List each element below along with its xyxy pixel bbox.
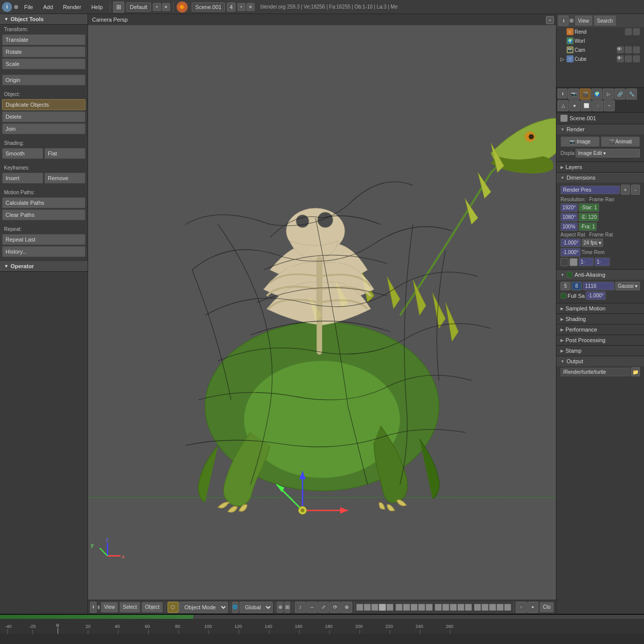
prop-icon-modifier[interactable]: 🔧 (626, 89, 637, 100)
props-info-icon[interactable]: ℹ (557, 89, 568, 99)
output-path-field[interactable]: /Render/turtle/turtle (560, 368, 630, 376)
aa-filter-select[interactable]: Gaussi ▾ (615, 282, 640, 290)
join-button[interactable]: Join (2, 123, 86, 134)
cube-eye-icon[interactable]: 👁 (617, 55, 624, 62)
asp-x-field[interactable]: ·1.000° (560, 238, 581, 247)
vt-render2[interactable]: ● (527, 602, 538, 613)
delete-button[interactable]: Delete (2, 111, 86, 122)
object-tools-header[interactable]: ▼ Object Tools (0, 14, 88, 25)
sampled-motion-section[interactable]: ▶ Sampled Motion (556, 303, 644, 313)
layer5[interactable] (386, 604, 393, 611)
rotate-button[interactable]: Rotate (2, 46, 86, 57)
flat-button[interactable]: Flat (44, 148, 86, 159)
performance-section[interactable]: ▶ Performance (556, 324, 644, 335)
viewport-corner-btn[interactable]: + (546, 16, 554, 24)
layer6[interactable] (395, 604, 403, 611)
full-sa-checkbox[interactable] (560, 293, 567, 299)
asp-y-field[interactable]: ·1.000° (560, 248, 581, 257)
color-swatch2[interactable] (570, 258, 578, 266)
layer3[interactable] (371, 604, 378, 611)
output-section-header[interactable]: ▼ Output (556, 356, 644, 366)
outliner-item-world[interactable]: 🌍 Worl (556, 36, 644, 45)
post-processing-section[interactable]: ▶ Post Processing (556, 335, 644, 345)
vt-render1[interactable]: ○ (516, 602, 527, 613)
prop-icon-scene[interactable]: 🎬 (580, 89, 591, 100)
history-button[interactable]: History... (2, 246, 86, 257)
aa-num1[interactable]: 5 (560, 282, 571, 290)
layer2[interactable] (364, 604, 371, 611)
shading-section-right[interactable]: ▶ Shading (556, 313, 644, 324)
vt-view-btn[interactable]: View (101, 602, 119, 613)
full-sa-value[interactable]: ·1.000° (586, 291, 606, 300)
pct-field[interactable]: 100% (560, 222, 578, 231)
layer1[interactable] (356, 604, 363, 611)
layers-section[interactable]: ▶ Layers (556, 162, 644, 172)
add-scene-btn[interactable]: + (237, 3, 246, 11)
outliner-info-icon[interactable]: ℹ (558, 16, 569, 26)
calculate-paths-button[interactable]: Calculate Paths (2, 197, 86, 208)
prop-icon-data[interactable]: △ (557, 100, 569, 111)
remove-workspace-btn[interactable]: ✕ (162, 3, 170, 11)
output-browse-btn[interactable]: 📁 (631, 367, 640, 376)
vt-info-icon[interactable]: ℹ (90, 602, 97, 613)
color-swatch1[interactable] (560, 258, 569, 266)
render-vis-icon[interactable] (625, 28, 632, 35)
outliner-item-cube[interactable]: ▷ ▽ Cube 👁 (556, 54, 644, 63)
add-preset-btn[interactable]: + (621, 185, 630, 195)
repeat-last-button[interactable]: Repeat Last (2, 234, 86, 245)
fps-field[interactable]: 24 fps ▾ (582, 238, 603, 247)
dimensions-section-header[interactable]: ▼ Dimensions (556, 173, 644, 183)
mode-selector[interactable]: Object Mode (179, 602, 228, 613)
e120-field[interactable]: ·E: 120 (579, 213, 599, 221)
aa-field[interactable]: 1116 (583, 282, 614, 290)
prop-icon-texture[interactable]: ⬜ (581, 100, 592, 111)
duplicate-objects-button[interactable]: Duplicate Objects (2, 99, 86, 110)
viewport[interactable]: Camera Persp + (88, 14, 556, 614)
vt-global-icon[interactable]: 🌐 (232, 602, 238, 613)
render-section-header[interactable]: ▼ Render (556, 124, 644, 134)
insert-button[interactable]: Insert (2, 173, 43, 184)
add-workspace-btn[interactable]: + (153, 3, 161, 11)
layer9[interactable] (418, 604, 425, 611)
menu-add[interactable]: Add (39, 3, 57, 11)
search-btn[interactable]: Search (594, 15, 617, 26)
layer17[interactable] (481, 604, 489, 611)
vt-close-btn[interactable]: Clo (539, 602, 554, 613)
menu-render[interactable]: Render (59, 3, 85, 11)
vt-tool4[interactable]: ⟳ (330, 602, 341, 613)
layer12[interactable] (442, 604, 449, 611)
vt-snap2[interactable]: ⊞ (284, 602, 291, 613)
layer19[interactable] (497, 604, 504, 611)
translate-button[interactable]: Translate (2, 34, 86, 45)
remove-preset-btn[interactable]: - (631, 185, 640, 195)
star1-field[interactable]: ·Star: 1 (579, 203, 599, 212)
menu-file[interactable]: File (20, 3, 37, 11)
smooth-button[interactable]: Smooth (2, 148, 43, 159)
workspace-selector[interactable]: Default (126, 3, 151, 12)
aa-section-header[interactable]: ▼ Anti-Aliasing (556, 270, 644, 280)
prop-icon-object[interactable]: ▷ (603, 89, 614, 100)
global-selector[interactable]: Global (239, 602, 273, 613)
time1-field[interactable]: 1· (579, 258, 594, 266)
anim-render-btn[interactable]: 🎬 Animati (601, 136, 640, 147)
image-render-btn[interactable]: 📷 Image (560, 136, 600, 147)
outliner-item-cam[interactable]: 📷 Cam 👁 (556, 45, 644, 54)
prop-icon-material[interactable]: ● (569, 100, 580, 111)
view-btn[interactable]: View (575, 15, 593, 26)
res-x-field[interactable]: 1920° (560, 203, 578, 212)
fra1-field[interactable]: ·Fra: 1 (579, 222, 597, 231)
outliner-item-render[interactable]: C Rend (556, 27, 644, 36)
cube-extra-icon[interactable] (633, 55, 640, 62)
aa-num2[interactable]: 8 (572, 282, 582, 290)
scale-button[interactable]: Scale (2, 58, 86, 69)
layer10[interactable] (426, 604, 433, 611)
origin-button[interactable]: Origin (2, 74, 86, 86)
operator-header[interactable]: ▼ Operator (0, 261, 88, 272)
prop-icon-particles[interactable]: ·: (592, 100, 603, 111)
menu-help[interactable]: Help (87, 3, 107, 11)
cam-extra-icon[interactable] (633, 46, 640, 53)
clear-paths-button[interactable]: Clear Paths (2, 209, 86, 220)
vt-tool3[interactable]: ⤢ (318, 602, 329, 613)
vt-snap1[interactable]: ⊕ (277, 602, 283, 613)
cam-render-icon[interactable] (625, 46, 632, 53)
